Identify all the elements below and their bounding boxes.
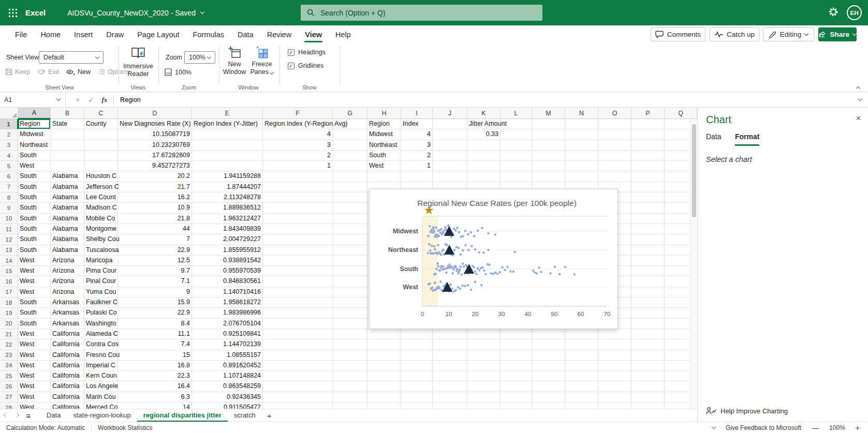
grid-cell[interactable]: 9.452727273 (118, 161, 192, 171)
expand-formula-bar-button[interactable] (858, 97, 862, 101)
grid-cell[interactable] (631, 203, 665, 213)
grid-cell[interactable]: West (18, 266, 51, 276)
grid-cell[interactable] (631, 402, 665, 409)
grid-cell[interactable] (263, 171, 333, 182)
grid-cell[interactable] (631, 297, 665, 308)
grid-cell[interactable] (192, 129, 263, 140)
grid-cell[interactable]: 3 (401, 140, 433, 151)
grid-cell[interactable]: Alabama (51, 245, 84, 256)
grid-cell[interactable]: West (18, 161, 51, 171)
ribbon-tab-home[interactable]: Home (34, 25, 67, 43)
grid-cell[interactable] (192, 151, 263, 161)
grid-cell[interactable]: 16.4 (118, 381, 192, 392)
grid-cell[interactable] (401, 392, 433, 402)
row-header-18[interactable]: 18 (0, 297, 18, 308)
zoom-to-100-button[interactable]: 100 100% (165, 68, 192, 77)
grid-cell[interactable]: West (18, 339, 51, 350)
grid-cell[interactable] (532, 119, 565, 129)
grid-cell[interactable] (51, 161, 84, 171)
grid-cell[interactable]: West (18, 329, 51, 339)
grid-cell[interactable] (501, 161, 532, 171)
grid-cell[interactable]: California (51, 329, 84, 339)
grid-cell[interactable] (631, 224, 665, 234)
vertical-scrollbar[interactable] (690, 119, 697, 409)
grid-cell[interactable]: South (18, 297, 51, 308)
grid-cell[interactable] (565, 161, 598, 171)
grid-cell[interactable]: West (18, 381, 51, 392)
grid-cell[interactable]: Region Index (Y-Jitter) (192, 119, 263, 129)
grid-cell[interactable] (333, 381, 367, 392)
grid-cell[interactable] (433, 151, 467, 161)
col-header-J[interactable]: J (433, 108, 467, 119)
grid-cell[interactable] (433, 392, 467, 402)
grid-cell[interactable]: Arkansas (51, 297, 84, 308)
grid-cell[interactable] (467, 392, 501, 402)
grid-cell[interactable]: 1.140710416 (192, 287, 263, 297)
grid-cell[interactable]: Maricopa (84, 256, 118, 266)
grid-cell[interactable] (501, 171, 532, 182)
grid-cell[interactable]: 22.9 (118, 308, 192, 318)
grid-cell[interactable]: Merced Co (84, 402, 118, 409)
grid-cell[interactable]: Arizona (51, 256, 84, 266)
freeze-panes-button[interactable]: * Freeze Panes (248, 46, 275, 76)
grid-cell[interactable]: 7 (118, 234, 192, 245)
ribbon-tab-draw[interactable]: Draw (99, 25, 130, 43)
new-sheet-view-button[interactable]: New (66, 68, 91, 76)
grid-cell[interactable]: 12.5 (118, 256, 192, 266)
row-header-7[interactable]: 7 (0, 182, 18, 192)
row-header-2[interactable]: 2 (0, 129, 18, 140)
grid-cell[interactable]: 1.983986996 (192, 308, 263, 318)
grid-cell[interactable]: Montgome (84, 224, 118, 234)
grid-cell[interactable]: 1.843409839 (192, 224, 263, 234)
grid-cell[interactable] (84, 129, 118, 140)
grid-cell[interactable]: Alabama (51, 171, 84, 182)
grid-cell[interactable]: West (18, 402, 51, 409)
grid-cell[interactable] (631, 339, 665, 350)
grid-cell[interactable] (367, 329, 401, 339)
grid-cell[interactable] (631, 161, 665, 171)
grid-cell[interactable] (263, 297, 333, 308)
grid-cell[interactable] (631, 350, 665, 361)
grid-cell[interactable] (467, 171, 501, 182)
share-button[interactable]: Share (818, 27, 857, 41)
insert-function-button[interactable]: fx (98, 96, 111, 104)
row-header-28[interactable]: 28 (0, 402, 18, 409)
grid-cell[interactable]: 1.963212427 (192, 214, 263, 224)
grid-cell[interactable]: Pinal Cour (84, 276, 118, 287)
pane-tab-data[interactable]: Data (706, 132, 722, 144)
grid-cell[interactable]: Marin Cou (84, 392, 118, 402)
grid-cell[interactable] (333, 140, 367, 151)
grid-cell[interactable]: Kern Coun (84, 371, 118, 381)
ribbon-tab-review[interactable]: Review (260, 25, 299, 43)
grid-cell[interactable]: California (51, 381, 84, 392)
grid-cell[interactable]: 16.8 (118, 361, 192, 371)
grid-cell[interactable]: New Diagnoses Rate (X) (118, 119, 192, 129)
grid-cell[interactable] (532, 381, 565, 392)
grid-cell[interactable] (367, 339, 401, 350)
grid-cell[interactable]: 0.863548259 (192, 381, 263, 392)
row-header-6[interactable]: 6 (0, 171, 18, 182)
grid-cell[interactable]: South (18, 234, 51, 245)
grid-cell[interactable]: Alabama (51, 214, 84, 224)
grid-cell[interactable] (51, 140, 84, 151)
grid-cell[interactable] (367, 361, 401, 371)
workbook-statistics-button[interactable]: Workbook Statistics (92, 422, 158, 433)
gridlines-checkbox[interactable]: ✓ Gridlines (288, 62, 323, 69)
headings-checkbox[interactable]: ✓ Headings (288, 49, 326, 56)
grid-cell[interactable]: 15 (118, 350, 192, 361)
grid-cell[interactable] (333, 371, 367, 381)
grid-cell[interactable] (631, 182, 665, 192)
grid-cell[interactable]: 15.9 (118, 297, 192, 308)
grid-cell[interactable] (467, 140, 501, 151)
grid-cell[interactable] (532, 329, 565, 339)
app-launcher-button[interactable] (0, 0, 25, 25)
select-all-button[interactable] (0, 108, 18, 119)
grid-cell[interactable] (631, 234, 665, 245)
grid-cell[interactable] (333, 319, 367, 329)
row-header-9[interactable]: 9 (0, 203, 18, 213)
grid-cell[interactable]: 1.958618272 (192, 297, 263, 308)
grid-cell[interactable] (333, 361, 367, 371)
col-header-M[interactable]: M (532, 108, 565, 119)
grid-cell[interactable] (333, 297, 367, 308)
grid-cell[interactable] (433, 381, 467, 392)
